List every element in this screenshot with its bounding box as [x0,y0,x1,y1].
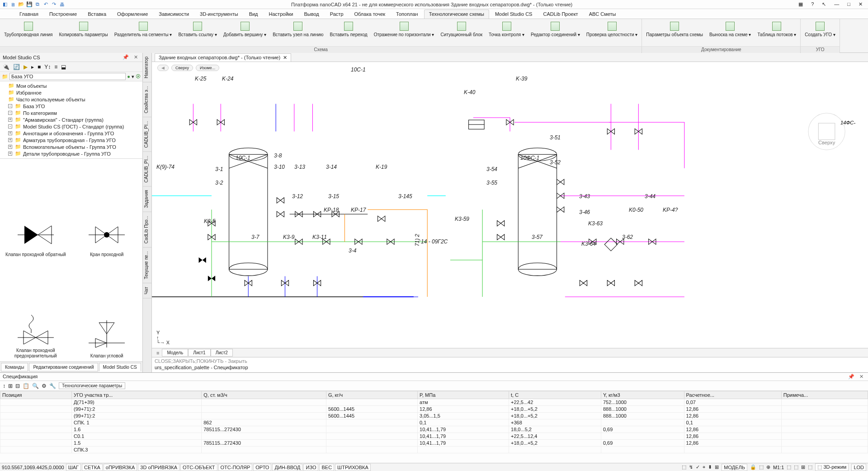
calendar-icon[interactable]: ▦ [798,1,803,7]
ribbon-tab[interactable]: Оформление [112,10,153,19]
stop-icon[interactable]: ■ [38,64,41,70]
search-input[interactable] [9,73,126,80]
pipeline-line[interactable]: Трубопроводная линия [2,20,55,46]
tree-node[interactable]: +📁 Арматура трубопроводная - Группа УГО [0,137,142,143]
status-icon[interactable]: 🔒 [750,464,756,470]
status-icon[interactable]: ⊕ [766,464,770,470]
table-row[interactable]: (99+71):25600...144512,86+18,0...+5,2888… [0,406,868,413]
spec-col-header[interactable]: Q, ст. м3/ч [202,391,326,399]
search-menu-icon[interactable]: ▾ [132,74,134,80]
callout[interactable]: Выноска на схеме ▾ [707,20,753,46]
tree-node[interactable]: -📁 Model Studio CS (ГОСТ) - Стандарт (гр… [0,123,142,130]
command-line[interactable]: CLOSE;ЗАКРЫТь;ПОКИНУТЬ - Закрыть urs_spe… [152,357,868,372]
view-pill[interactable]: ◀ [157,65,169,71]
side-tab[interactable]: CadLib Про... [143,212,151,247]
panel-pin-close[interactable]: 📌 ✕ [123,54,140,60]
doc-tab-close-icon[interactable]: ✕ [283,55,287,61]
status-toggle[interactable]: 3D оПРИВЯЗКА [138,464,179,471]
spec-col-header[interactable]: Расчетное... [684,391,781,399]
status-icon[interactable]: ⊞ [715,464,719,470]
status-toggle[interactable]: ШТРИХОВКА [335,464,371,471]
tree-node[interactable]: -📁 База УГО [0,103,142,109]
tree-node[interactable]: +📁 Детали трубопроводные - Группа УГО [0,150,142,157]
status-space[interactable]: МОДЕЛЬ [722,464,747,471]
open-icon[interactable]: 📂 [18,1,24,8]
search-clear-icon[interactable]: ⦿ [136,74,141,79]
control-point[interactable]: Точка контроля ▾ [486,20,527,46]
preview-safety-valve[interactable]: Клапан проходнойпредохранительный [0,260,71,362]
spec-ico1[interactable]: ↕ [3,383,5,389]
split-segments[interactable]: Разделитель на сегменты ▾ [112,20,175,46]
status-scale[interactable]: М1:1 [773,465,784,470]
tree-node[interactable]: 📁 Часто используемые объекты [0,96,142,103]
status-3dmode[interactable]: ⬚ 3D-режим [815,463,849,471]
spec-ico2[interactable]: ⊞ [8,383,13,389]
spec-col-header[interactable]: P, МПа [418,391,509,399]
table-row[interactable]: 1.5785115...27243010,41...1,79+18,0...+5… [0,440,868,447]
status-toggle[interactable]: ШАГ [66,464,81,471]
tree-node[interactable]: 📁 Избранное [0,89,142,96]
layout-tab[interactable]: Лист2 [211,349,233,357]
status-icon[interactable]: ⬍ [708,464,712,470]
document-tab[interactable]: Здание входных сепараторов.dwg* - (Тольк… [155,53,291,62]
refresh-icon[interactable]: 🔄 [13,64,20,70]
tree-node[interactable]: +📁 Вспомогательные объекты - Группа УГО [0,143,142,150]
spec-col-header[interactable]: УГО участка тр... [72,391,202,399]
table-row[interactable]: (99+71):25600...14453,05...1,5+18,0...+5… [0,413,868,419]
side-tab[interactable]: Задания [143,186,151,212]
side-tab[interactable]: Чат [143,283,151,299]
search-go-icon[interactable]: ● [127,74,130,79]
spec-pin-close[interactable]: 📌 ✕ [848,374,865,380]
model-canvas[interactable]: ◀ Сверху Изоме... Y↑└→ X [152,62,868,348]
status-icon[interactable]: ⌖ [703,464,705,470]
layout-menu-icon[interactable]: ≡ [154,350,162,356]
ribbon-tab[interactable]: Зависимости [154,10,194,19]
create-ugo[interactable]: Создать УГО ▾ [802,20,838,46]
new-icon[interactable]: 🗎 [10,1,16,8]
status-icon[interactable]: ↯ [689,464,693,470]
view-pill-iso[interactable]: Изоме... [196,65,219,71]
side-tab[interactable]: Текущие пе... [143,247,151,283]
preview-check-valve[interactable]: Клапан проходной обратный [0,159,71,260]
tree-node[interactable]: +📁 Аннотации и обозначения - Группа УГО [0,130,142,137]
spec-param-combo[interactable]: Технологические параметры [59,382,125,389]
situational-block[interactable]: Ситуационный блок [438,20,485,46]
ribbon-tab[interactable]: Вставка [83,10,111,19]
table-row[interactable]: СПК. 18620,1+3680,1 [0,419,868,426]
object-params[interactable]: Параметры объекта схемы [644,20,705,46]
ribbon-tab[interactable]: 3D-инструменты [195,10,243,19]
table-row[interactable]: Д(71+39)атм+22,5...42752...10000,07 [0,399,868,406]
side-tab[interactable]: Свойства э... [143,82,151,117]
table-row[interactable]: С0.110,41...1,79+22,5...12,412,86 [0,433,868,440]
play-icon[interactable]: ▶ [24,64,28,70]
ribbon-tab[interactable]: Построение [44,10,82,19]
view-pill-top[interactable]: Сверху [171,65,193,71]
tree-node[interactable]: +📁 "Армавирская" - Стандарт (группа) [0,116,142,123]
ribbon-tab[interactable]: ABC Сметы [584,10,621,19]
mirror-h[interactable]: Отражение по горизонтали ▾ [372,20,437,46]
spec-ico3[interactable]: ⊟ [15,383,20,389]
spec-col-header[interactable]: Позиция [0,391,72,399]
spec-grid[interactable]: ПозицияУГО участка тр...Q, ст. м3/чG, кг… [0,391,868,463]
table-row[interactable]: 1.6785115...27243010,41...1,7918,0...5,2… [0,426,868,433]
close-icon[interactable]: ✕ [859,1,863,7]
maximize-icon[interactable]: □ [847,1,850,7]
spec-col-header[interactable]: Примеча... [781,391,868,399]
table-row[interactable]: СПК.3 [0,447,868,453]
panel-bottom-tab[interactable]: Model Studio CS [99,363,141,371]
panel-bottom-tab[interactable]: Редактирование соединений [29,363,98,371]
filter-icon[interactable]: Y↕ [44,64,51,70]
ribbon-tab[interactable]: Технологические схемы [424,10,489,19]
spec-ico7[interactable]: 🔧 [49,383,56,389]
spec-ico5[interactable]: 🔍 [32,383,39,389]
panel-bottom-tab[interactable]: Команды [1,363,28,371]
undo-icon[interactable]: ↶ [42,1,49,8]
status-lod[interactable]: LOD [851,464,866,471]
status-toggle[interactable]: СЕТКА [82,464,103,471]
insert-xref[interactable]: Вставить ссылку ▾ [176,20,219,46]
preview-angle-valve[interactable]: Клапан угловой [71,260,143,362]
spec-ico6[interactable]: ⚙ [42,383,47,389]
next-icon[interactable]: ▸ [31,64,34,70]
status-toggle[interactable]: ОРТО [253,464,271,471]
add-vertex[interactable]: Добавить вершину ▾ [221,20,269,46]
